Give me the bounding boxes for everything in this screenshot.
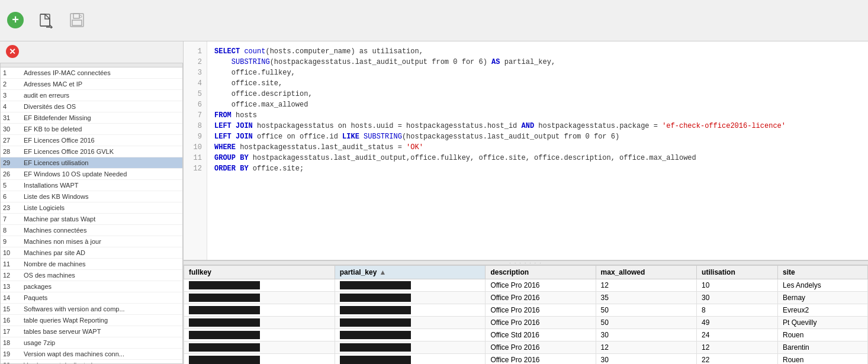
import-icon [37,11,56,30]
left-panel: ✕ 1Adresses IP-MAC connectées2Adresses M… [0,41,184,364]
list-item[interactable]: 17tables base serveur WAPT [1,326,182,337]
list-item[interactable]: 5Installations WAPT [1,180,182,191]
list-item[interactable]: 18usage 7zip [1,337,182,349]
column-header-utilisation[interactable]: utilisation [697,266,778,279]
resize-handle[interactable]: · · · · · · · [184,260,868,265]
table-row[interactable]: Office Pro 20161210Les Andelys [184,279,868,292]
list-item[interactable]: 3audit en erreurs [1,90,182,101]
save-all-button[interactable] [67,11,86,31]
column-header-partial_key[interactable]: partial_key▲ [335,266,486,279]
list-item[interactable]: 10Machines par site AD [1,247,182,259]
new-query-button[interactable]: + [6,11,25,31]
results-header-row: fullkeypartial_key▲descriptionmax_allowe… [184,266,868,279]
table-row[interactable]: Office Std 20163024Rouen [184,329,868,342]
column-header-site[interactable]: site [778,266,868,279]
list-item[interactable]: 15Softwares with version and comp... [1,304,182,315]
query-list-header [1,63,182,67]
column-header-fullkey[interactable]: fullkey [184,266,335,279]
list-item[interactable]: 20Version wapt duplicated [1,360,182,364]
import-button[interactable] [37,11,56,31]
toolbar: + [0,0,868,41]
list-item[interactable]: 13packages [1,281,182,292]
query-list: 1Adresses IP-MAC connectées2Adresses MAC… [0,63,183,364]
list-item[interactable]: 6Liste des KB Windows [1,191,182,202]
table-row[interactable]: Office Pro 2016508Evreux2 [184,304,868,317]
line-numbers: 123456789101112 [184,41,207,260]
plus-icon: + [7,12,24,28]
list-item[interactable]: 28EF Licences Office 2016 GVLK [1,146,182,157]
sql-editor[interactable]: 123456789101112 SELECT count(hosts.compu… [184,41,868,260]
list-item[interactable]: 2Adresses MAC et IP [1,79,182,90]
list-item[interactable]: 14Paquets [1,292,182,304]
list-item[interactable]: 30EF KB to be deleted [1,124,182,135]
list-item[interactable]: 26EF Windows 10 OS update Needed [1,169,182,180]
table-row[interactable]: Office Pro 20163022Rouen [184,354,868,365]
list-item[interactable]: 1Adresses IP-MAC connectées [1,67,182,79]
list-item[interactable]: 4Diversités des OS [1,101,182,112]
table-row[interactable]: Office Pro 20161212Barentin [184,342,868,354]
list-item[interactable]: 29EF Licences utilisation [1,157,182,169]
delete-query-button[interactable]: ✕ [6,45,19,58]
svg-rect-3 [73,14,79,18]
list-item[interactable]: 31EF Bitdefender Missing [1,112,182,124]
content-area: ✕ 1Adresses IP-MAC connectées2Adresses M… [0,41,868,364]
column-header-max_allowed[interactable]: max_allowed [596,266,696,279]
list-item[interactable]: 23Liste Logiciels [1,202,182,214]
delete-query-section: ✕ [0,41,183,63]
list-item[interactable]: 16table queries Wapt Reporting [1,315,182,326]
sql-code: SELECT count(hosts.computer_name) as uti… [207,41,868,260]
list-item[interactable]: 11Nombre de machines [1,259,182,270]
results-tbody: Office Pro 20161210Les Andelys Office Pr… [184,279,868,365]
column-header-description[interactable]: description [486,266,596,279]
svg-rect-4 [72,20,82,25]
table-row[interactable]: Office Pro 20163530Bernay [184,292,868,304]
list-item[interactable]: 8Machines connectées [1,225,182,236]
right-panel: 123456789101112 SELECT count(hosts.compu… [184,41,868,364]
query-list-items: 1Adresses IP-MAC connectées2Adresses MAC… [1,67,182,364]
list-item[interactable]: 19Version wapt des machines conn... [1,349,182,360]
list-item[interactable]: 9Machines non mises à jour [1,236,182,247]
table-row[interactable]: Office Pro 20165049Pt Quevilly [184,317,868,329]
save-icon [67,11,86,30]
results-area[interactable]: fullkeypartial_key▲descriptionmax_allowe… [184,265,868,364]
results-thead: fullkeypartial_key▲descriptionmax_allowe… [184,266,868,279]
list-item[interactable]: 12OS des machines [1,270,182,281]
results-table: fullkeypartial_key▲descriptionmax_allowe… [184,265,868,364]
list-item[interactable]: 27EF Licences Office 2016 [1,135,182,146]
list-item[interactable]: 7Machine par status Wapt [1,214,182,225]
